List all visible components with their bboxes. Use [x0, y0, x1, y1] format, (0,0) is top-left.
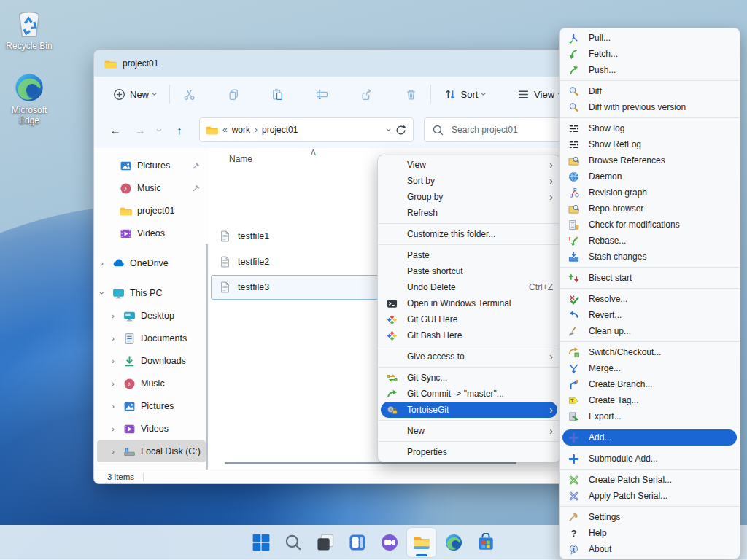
search-input[interactable] — [450, 124, 562, 136]
rename-button[interactable] — [310, 84, 334, 105]
paste-button[interactable] — [266, 84, 290, 105]
chevron-right-icon[interactable]: › — [108, 424, 118, 433]
menu-item-apply-patch-serial[interactable]: Apply Patch Serial... — [560, 488, 740, 504]
delete-button[interactable] — [399, 84, 423, 105]
copy-button[interactable] — [222, 84, 246, 105]
menu-item-view[interactable]: View› — [378, 157, 560, 173]
menu-item-paste[interactable]: Paste — [378, 247, 560, 263]
menu-item-fetch[interactable]: Fetch... — [560, 46, 740, 62]
menu-item-create-patch-serial[interactable]: Create Patch Serial... — [560, 472, 740, 488]
menu-item-show-reflog[interactable]: Show RefLog — [560, 136, 740, 152]
sidebar-item-documents[interactable]: ›Documents — [97, 327, 206, 349]
chevron-right-icon[interactable]: › — [108, 311, 118, 320]
menu-item-undo-delete[interactable]: Undo DeleteCtrl+Z — [378, 279, 560, 295]
taskbar-button-taskview[interactable] — [311, 528, 340, 557]
refresh-button[interactable] — [395, 124, 407, 136]
menu-item-give-access-to[interactable]: Give access to› — [378, 349, 560, 365]
title-bar[interactable]: project01 — [94, 50, 605, 77]
chevron-down-icon[interactable]: › — [98, 288, 107, 298]
sidebar-item-project01[interactable]: project01 — [97, 200, 206, 222]
chevron-right-icon[interactable]: › — [108, 334, 118, 343]
menu-item-git-gui-here[interactable]: Git GUI Here — [378, 311, 560, 327]
menu-item-sort-by[interactable]: Sort by› — [378, 173, 560, 189]
sidebar-item-videos[interactable]: Videos — [97, 222, 206, 244]
sidebar-item-downloads[interactable]: ›Downloads — [97, 350, 206, 372]
address-dropdown-chevron[interactable]: › — [384, 128, 394, 131]
breadcrumb-item-project01[interactable]: project01 — [262, 125, 298, 135]
sidebar-item-this-pc[interactable]: ›This PC — [97, 282, 206, 304]
menu-item-properties[interactable]: Properties — [378, 444, 560, 460]
menu-item-revision-graph[interactable]: Revision graph — [560, 184, 740, 201]
taskbar-button-search[interactable] — [279, 528, 308, 557]
file-row-testfile2[interactable]: testfile2 — [211, 249, 387, 274]
sidebar-item-desktop[interactable]: ›Desktop — [97, 305, 206, 327]
menu-item-pull[interactable]: Pull... — [560, 30, 740, 46]
breadcrumb[interactable]: « work › project01 › — [199, 117, 414, 142]
menu-item-diff[interactable]: Diff — [560, 83, 740, 99]
menu-item-browse-references[interactable]: Browse References — [560, 152, 740, 168]
taskbar-button-widgets[interactable] — [343, 528, 372, 557]
menu-item-submodule-add[interactable]: Submodule Add... — [560, 451, 740, 467]
menu-item-push[interactable]: Push... — [560, 62, 740, 78]
menu-item-open-in-windows-terminal[interactable]: Open in Windows Terminal — [378, 295, 560, 311]
menu-item-show-log[interactable]: Show log — [560, 120, 740, 136]
breadcrumb-item-work[interactable]: work — [232, 125, 250, 135]
menu-item-paste-shortcut[interactable]: Paste shortcut — [378, 263, 560, 279]
menu-item-daemon[interactable]: Daemon — [560, 168, 740, 184]
menu-item-add[interactable]: Add... — [562, 429, 737, 446]
sidebar-item-music[interactable]: ›♪Music — [97, 373, 206, 394]
sidebar-item-music[interactable]: ♪Music — [97, 177, 206, 199]
chevron-right-icon[interactable]: › — [108, 379, 118, 388]
sidebar-scrollbar[interactable] — [206, 244, 208, 470]
menu-item-rebase[interactable]: !Rebase... — [560, 233, 740, 249]
menu-item-help[interactable]: ?Help — [560, 525, 740, 541]
menu-item-repo-browser[interactable]: Repo-browser — [560, 201, 740, 217]
file-row-testfile1[interactable]: testfile1 — [211, 224, 387, 249]
sidebar-item-local-disk-c[interactable]: ›Local Disk (C:) — [97, 440, 206, 462]
up-button[interactable]: ↑ — [167, 124, 192, 136]
chevron-right-icon[interactable]: › — [108, 402, 118, 411]
sidebar-item-pictures[interactable]: Pictures — [97, 155, 206, 176]
menu-item-merge[interactable]: Merge... — [560, 360, 740, 376]
sort-button[interactable]: Sort › — [438, 84, 492, 105]
menu-item-tortoisegit[interactable]: TortoiseGit› — [381, 402, 557, 418]
menu-item-create-tag[interactable]: TCreate Tag... — [560, 392, 740, 408]
menu-item-diff-with-previous-version[interactable]: Diff with previous version — [560, 99, 740, 115]
desktop-icon-recycle-bin[interactable]: Recycle Bin — [1, 6, 58, 51]
share-button[interactable] — [355, 84, 379, 105]
menu-item-revert[interactable]: Revert... — [560, 307, 740, 323]
column-header-name[interactable]: Name — [229, 154, 252, 164]
chevron-right-icon[interactable]: › — [108, 357, 118, 365]
new-button[interactable]: New › — [107, 84, 162, 105]
menu-item-about[interactable]: iAbout — [560, 541, 740, 557]
menu-item-clean-up[interactable]: Clean up... — [560, 323, 740, 339]
menu-item-check-for-modifications[interactable]: Check for modifications — [560, 217, 740, 233]
menu-item-group-by[interactable]: Group by› — [378, 189, 560, 205]
menu-item-git-commit-master[interactable]: Git Commit -> "master"... — [378, 386, 560, 402]
menu-item-refresh[interactable]: Refresh — [378, 205, 560, 221]
forward-button[interactable]: → — [128, 124, 152, 136]
back-button[interactable]: ← — [103, 124, 128, 136]
chevron-right-icon[interactable]: › — [97, 259, 107, 268]
menu-item-create-branch[interactable]: Create Branch... — [560, 376, 740, 392]
cut-button[interactable] — [177, 84, 201, 105]
menu-item-customize-this-folder[interactable]: Customize this folder... — [378, 226, 560, 242]
menu-item-git-bash-here[interactable]: Git Bash Here — [378, 327, 560, 343]
sort-ascending-icon[interactable]: ᐱ — [311, 149, 316, 157]
menu-item-new[interactable]: New› — [378, 423, 560, 439]
menu-item-resolve[interactable]: Resolve... — [560, 291, 740, 307]
taskbar-button-store[interactable] — [471, 528, 500, 557]
taskbar-button-edge[interactable] — [439, 528, 468, 557]
menu-item-settings[interactable]: Settings — [560, 509, 740, 525]
menu-item-stash-changes[interactable]: Stash changes — [560, 249, 740, 265]
sidebar-item-onedrive[interactable]: ›OneDrive — [97, 252, 206, 274]
menu-item-switch-checkout[interactable]: Switch/Checkout... — [560, 344, 740, 360]
file-row-testfile3[interactable]: testfile3 — [211, 275, 387, 300]
taskbar-button-start[interactable] — [247, 528, 276, 557]
taskbar-button-explorer[interactable] — [407, 528, 436, 557]
menu-item-git-sync[interactable]: Git Sync... — [378, 370, 560, 386]
menu-item-export[interactable]: Export... — [560, 408, 740, 424]
menu-item-bisect-start[interactable]: Bisect start — [560, 270, 740, 286]
taskbar-button-chat[interactable] — [375, 528, 404, 557]
breadcrumb-overflow[interactable]: « — [222, 125, 228, 135]
